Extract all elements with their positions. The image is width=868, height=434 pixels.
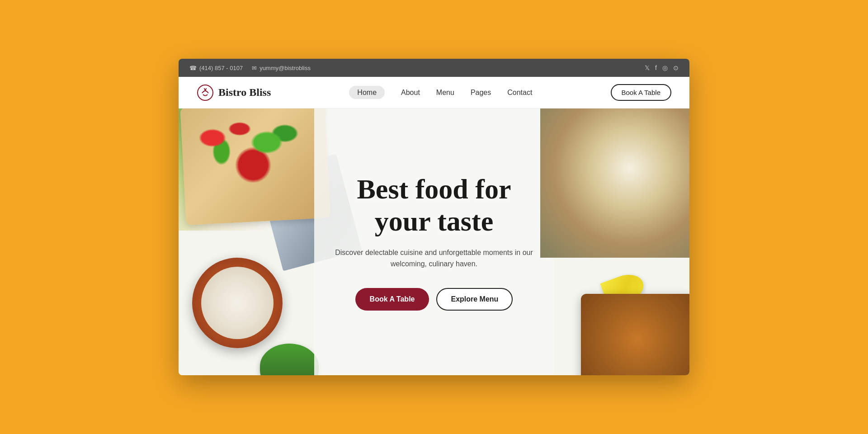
hero-section: Best food for your taste Discover delect… [179,108,689,375]
navbar: Bistro Bliss Home About Menu Pages Conta… [179,77,689,108]
browser-window: ☎ (414) 857 - 0107 ✉ yummy@bistrobliss 𝕏… [179,59,689,375]
herb-bowl [260,344,319,375]
hero-buttons: Book A Table Explore Menu [330,288,538,311]
nav-book-table-button[interactable]: Book A Table [611,84,671,101]
hero-title: Best food for your taste [330,173,538,238]
email-address: yummy@bistrobliss [259,65,311,71]
nav-link-menu[interactable]: Menu [436,89,454,96]
nav-links: Home About Menu Pages Contact [349,89,532,97]
bowl-bottom-right [581,294,689,375]
phone-icon: ☎ [189,65,197,71]
logo-icon [197,84,214,101]
nav-link-pages[interactable]: Pages [471,89,491,96]
email-contact: ✉ yummy@bistrobliss [252,65,311,71]
nav-link-contact[interactable]: Contact [507,89,532,96]
logo-text: Bistro Bliss [218,86,271,99]
svg-line-2 [205,89,206,90]
phone-number: (414) 857 - 0107 [199,65,243,71]
nav-item-about[interactable]: About [401,89,420,97]
nav-item-contact[interactable]: Contact [507,89,532,97]
github-icon[interactable]: ⊙ [673,64,679,71]
nav-link-home[interactable]: Home [349,86,385,99]
logo[interactable]: Bistro Bliss [197,84,271,101]
nav-link-about[interactable]: About [401,89,420,96]
email-icon: ✉ [252,65,257,71]
nav-item-pages[interactable]: Pages [471,89,491,97]
nav-item-menu[interactable]: Menu [436,89,454,97]
svg-point-0 [198,85,213,100]
top-bar: ☎ (414) 857 - 0107 ✉ yummy@bistrobliss 𝕏… [179,59,689,77]
social-links: 𝕏 f ◎ ⊙ [645,64,679,71]
hero-subtitle: Discover delectable cuisine and unforget… [330,247,538,270]
veggie-overlay [185,111,321,219]
phone-contact: ☎ (414) 857 - 0107 [189,65,243,71]
instagram-icon[interactable]: ◎ [662,64,668,71]
facebook-icon[interactable]: f [655,64,657,71]
right-food-overlay [540,108,689,258]
twitter-icon[interactable]: 𝕏 [645,64,650,71]
bowl-left [192,258,283,348]
hero-book-table-button[interactable]: Book A Table [355,288,429,311]
explore-menu-button[interactable]: Explore Menu [436,288,513,311]
nav-item-home[interactable]: Home [349,89,385,97]
top-bar-left: ☎ (414) 857 - 0107 ✉ yummy@bistrobliss [189,65,311,71]
hero-content: Best food for your taste Discover delect… [321,164,547,320]
